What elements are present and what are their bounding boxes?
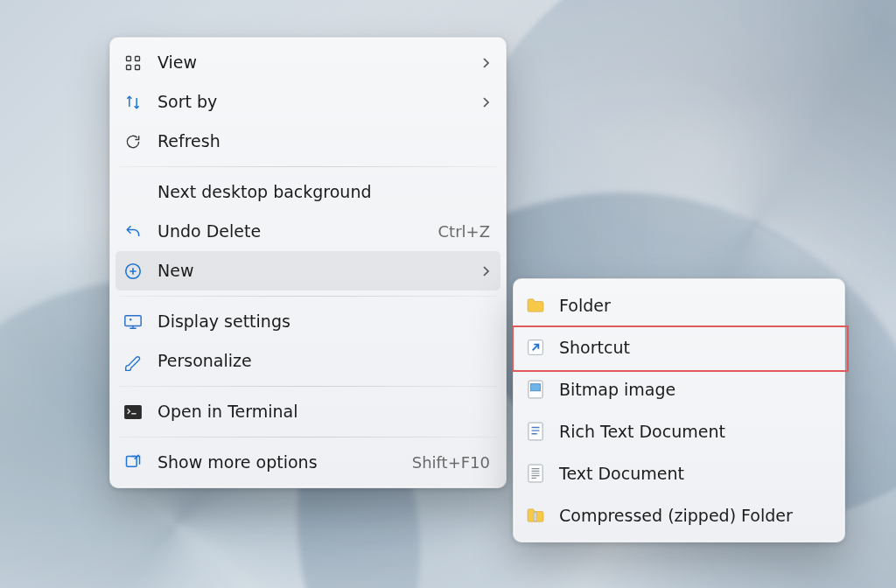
svg-rect-14: [534, 512, 536, 521]
submenu-item-label: Rich Text Document: [559, 412, 829, 452]
svg-rect-2: [127, 65, 131, 69]
menu-item-display-settings[interactable]: Display settings: [110, 302, 506, 341]
menu-item-refresh[interactable]: Refresh: [110, 122, 506, 161]
new-submenu: Folder Shortcut Bitmap image Rich Text D…: [513, 278, 845, 542]
svg-rect-12: [528, 423, 542, 440]
sort-icon: [122, 92, 144, 113]
menu-item-label: View: [158, 43, 467, 82]
submenu-item-label: Text Document: [559, 454, 829, 494]
menu-item-label: Personalize: [158, 341, 490, 381]
menu-item-accelerator: Shift+F10: [412, 443, 490, 482]
submenu-item-label: Folder: [559, 286, 829, 326]
submenu-item-text-document[interactable]: Text Document: [514, 452, 844, 494]
menu-item-personalize[interactable]: Personalize: [110, 341, 506, 381]
svg-rect-5: [125, 315, 141, 326]
submenu-item-label: Shortcut: [559, 328, 829, 368]
new-icon: [122, 261, 144, 282]
display-settings-icon: [122, 312, 144, 332]
bitmap-icon: [526, 380, 545, 399]
undo-icon: [122, 221, 144, 242]
menu-item-accelerator: Ctrl+Z: [438, 212, 490, 251]
menu-item-label: Display settings: [158, 302, 490, 341]
refresh-icon: [122, 131, 144, 152]
menu-item-open-in-terminal[interactable]: Open in Terminal: [110, 392, 506, 431]
menu-separator: [119, 386, 497, 387]
menu-separator: [119, 437, 497, 438]
svg-rect-0: [127, 56, 131, 60]
folder-icon: [526, 296, 545, 315]
submenu-item-shortcut[interactable]: Shortcut: [514, 326, 844, 368]
menu-item-label: Show more options: [158, 443, 398, 482]
menu-item-label: Sort by: [158, 82, 467, 122]
chevron-right-icon: [481, 56, 490, 70]
blank-icon: [122, 182, 144, 203]
menu-separator: [119, 296, 497, 297]
personalize-icon: [122, 351, 144, 372]
zip-folder-icon: [526, 506, 545, 525]
grid-icon: [122, 52, 144, 74]
menu-item-label: Refresh: [158, 122, 490, 161]
menu-item-label: Open in Terminal: [158, 392, 490, 431]
menu-item-label: New: [158, 251, 467, 290]
submenu-item-zip-folder[interactable]: Compressed (zipped) Folder: [514, 494, 844, 536]
menu-item-label: Undo Delete: [158, 212, 424, 251]
text-doc-icon: [526, 464, 545, 483]
submenu-item-label: Bitmap image: [559, 370, 829, 410]
svg-rect-7: [124, 404, 142, 418]
menu-item-show-more-options[interactable]: Show more options Shift+F10: [110, 443, 506, 482]
show-more-icon: [122, 452, 144, 473]
menu-item-label: Next desktop background: [158, 172, 490, 212]
submenu-item-rtf[interactable]: Rich Text Document: [514, 410, 844, 452]
submenu-item-folder[interactable]: Folder: [514, 284, 844, 326]
svg-point-6: [130, 318, 131, 320]
desktop-context-menu: View Sort by Refresh Next desktop backgr…: [109, 37, 507, 488]
svg-rect-3: [136, 65, 140, 69]
chevron-right-icon: [481, 264, 490, 278]
menu-item-new[interactable]: New: [116, 251, 500, 290]
menu-item-undo-delete[interactable]: Undo Delete Ctrl+Z: [110, 212, 506, 251]
shortcut-icon: [526, 338, 545, 357]
svg-rect-1: [136, 56, 140, 60]
svg-rect-11: [531, 384, 541, 391]
menu-separator: [119, 166, 497, 167]
rtf-icon: [526, 422, 545, 441]
menu-item-sort-by[interactable]: Sort by: [110, 82, 506, 122]
menu-item-next-desktop-bg[interactable]: Next desktop background: [110, 172, 506, 212]
chevron-right-icon: [481, 95, 490, 109]
submenu-item-bitmap[interactable]: Bitmap image: [514, 368, 844, 410]
submenu-item-label: Compressed (zipped) Folder: [559, 496, 829, 536]
menu-item-view[interactable]: View: [110, 43, 506, 82]
terminal-icon: [122, 402, 144, 423]
